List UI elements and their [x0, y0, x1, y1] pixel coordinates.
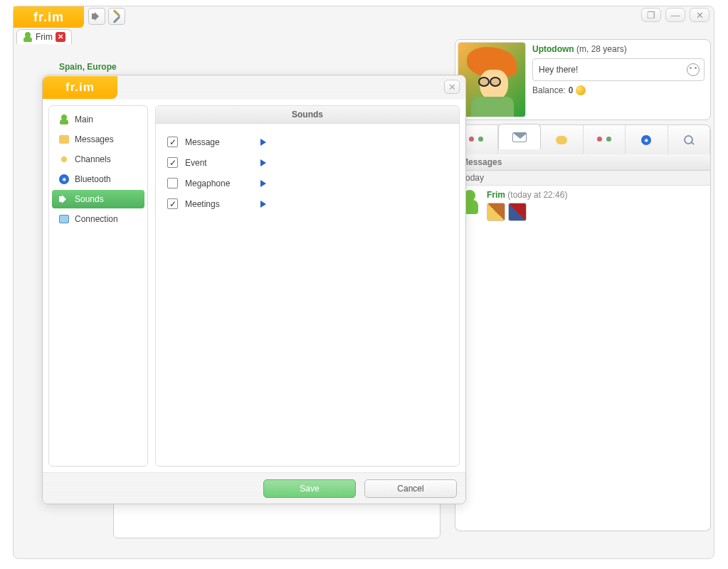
- play-button[interactable]: [260, 180, 266, 187]
- window-minimize-button[interactable]: —: [665, 8, 685, 22]
- dialog-sidebar: Main Messages Channels ⁕ Bluetooth Sound…: [48, 105, 148, 467]
- message-icon: [59, 135, 69, 144]
- sidebar-item-sounds[interactable]: Sounds: [52, 190, 144, 208]
- dialog-logo: fr.im: [43, 76, 117, 99]
- profile-name-line: Uptodown (m, 28 years): [532, 44, 705, 54]
- message-time: (today at 22:46): [507, 190, 567, 200]
- profile-card: Uptodown (m, 28 years) Hey there! Balanc…: [455, 39, 711, 120]
- dialog-close-button[interactable]: ✕: [444, 80, 460, 94]
- window-restore-button[interactable]: ❐: [641, 8, 661, 22]
- nav-tab-chats[interactable]: [541, 125, 584, 155]
- avatar: [458, 42, 526, 117]
- envelope-icon: [512, 132, 527, 142]
- checkbox-message[interactable]: ✓: [167, 137, 178, 147]
- app-logo: fr.im: [14, 6, 84, 28]
- sound-row-megaphone: Megaphone: [167, 178, 448, 188]
- status-input[interactable]: Hey there!: [532, 58, 705, 81]
- tab-label: Frim: [36, 32, 53, 42]
- sidebar-item-channels[interactable]: Channels: [52, 150, 144, 169]
- settings-dialog: fr.im ✕ Main Messages Channels ⁕: [42, 75, 466, 504]
- balance-value: 0: [569, 85, 574, 95]
- search-icon: [683, 134, 695, 146]
- message-row[interactable]: Frim (today at 22:46): [455, 186, 710, 225]
- dialog-titlebar: fr.im ✕: [43, 75, 465, 100]
- checkbox-megaphone[interactable]: [167, 178, 178, 188]
- messages-panel: Messages Today Frim (today at 22:46): [455, 154, 711, 531]
- speaker-icon: [92, 12, 102, 21]
- dialog-footer: Save Cancel: [43, 472, 465, 504]
- group-icon: [597, 135, 611, 145]
- play-button[interactable]: [260, 139, 266, 146]
- sound-row-message: ✓ Message: [167, 137, 448, 147]
- dialog-content: Sounds ✓ Message ✓ Event Megaphone: [155, 105, 460, 467]
- sidebar-item-label: Main: [75, 115, 93, 124]
- save-button[interactable]: Save: [263, 479, 356, 498]
- titlebar: fr.im ❐ — ✕: [14, 6, 714, 28]
- message-attachments: [487, 203, 567, 221]
- nav-tab-bluetooth[interactable]: ⁕: [626, 125, 668, 155]
- nav-tab-search[interactable]: [668, 125, 711, 155]
- profile-name: Uptodown: [532, 44, 574, 54]
- person-icon: [59, 115, 69, 124]
- main-window: fr.im ❐ — ✕ Frim ✕ Spain, Europe: [13, 6, 714, 559]
- checkbox-event[interactable]: ✓: [167, 157, 178, 168]
- play-button[interactable]: [260, 201, 266, 208]
- sidebar-item-label: Channels: [75, 154, 111, 164]
- people-icon: [469, 135, 483, 145]
- sound-icon: [59, 195, 69, 203]
- compose-input[interactable]: [113, 499, 441, 538]
- balance-row: Balance: 0: [532, 85, 705, 95]
- balance-label: Balance:: [532, 85, 566, 95]
- nav-tabs: ⁕: [455, 124, 711, 156]
- sidebar-item-label: Connection: [75, 214, 118, 224]
- connection-icon: [59, 215, 69, 223]
- sidebar-item-messages[interactable]: Messages: [52, 130, 144, 149]
- window-close-button[interactable]: ✕: [690, 8, 709, 22]
- person-icon: [23, 32, 33, 42]
- tools-toolbar-button[interactable]: [108, 8, 125, 25]
- location-text: Spain, Europe: [59, 62, 117, 72]
- channel-icon: [59, 154, 69, 164]
- sound-label: Meetings: [185, 199, 249, 209]
- bluetooth-icon: ⁕: [59, 174, 69, 184]
- sidebar-item-label: Sounds: [75, 194, 104, 204]
- sound-toolbar-button[interactable]: [88, 8, 105, 25]
- coin-icon: [576, 85, 586, 95]
- tools-icon: [112, 11, 122, 21]
- sound-label: Event: [185, 158, 249, 168]
- checkbox-meetings[interactable]: ✓: [167, 198, 178, 209]
- dialog-content-title: Sounds: [156, 106, 459, 124]
- profile-meta: (m, 28 years): [576, 44, 627, 54]
- sound-row-event: ✓ Event: [167, 157, 448, 168]
- sound-label: Message: [185, 137, 249, 147]
- chat-icon: [556, 136, 567, 144]
- sidebar-item-label: Bluetooth: [75, 174, 111, 184]
- tab-close-icon[interactable]: ✕: [56, 32, 65, 42]
- sidebar-item-connection[interactable]: Connection: [52, 210, 144, 228]
- bluetooth-icon: ⁕: [641, 135, 651, 145]
- app-tab-frim[interactable]: Frim ✕: [16, 29, 72, 44]
- nav-tab-messages[interactable]: [498, 124, 542, 149]
- cancel-button[interactable]: Cancel: [364, 479, 457, 498]
- sidebar-item-main[interactable]: Main: [52, 110, 144, 129]
- sound-label: Megaphone: [185, 179, 249, 188]
- message-sender: Frim: [487, 190, 505, 200]
- nav-tab-groups[interactable]: [584, 125, 626, 155]
- play-button[interactable]: [260, 159, 266, 166]
- sound-row-meetings: ✓ Meetings: [167, 198, 448, 209]
- messages-header: Messages: [455, 154, 710, 171]
- sidebar-item-label: Messages: [75, 134, 114, 144]
- attachment-thumb[interactable]: [508, 203, 527, 221]
- sound-list: ✓ Message ✓ Event Megaphone: [156, 124, 459, 222]
- attachment-thumb[interactable]: [487, 203, 505, 221]
- messages-date: Today: [455, 171, 710, 186]
- status-text: Hey there!: [539, 65, 578, 75]
- sidebar-item-bluetooth[interactable]: ⁕ Bluetooth: [52, 170, 144, 188]
- emoji-button[interactable]: [687, 63, 700, 76]
